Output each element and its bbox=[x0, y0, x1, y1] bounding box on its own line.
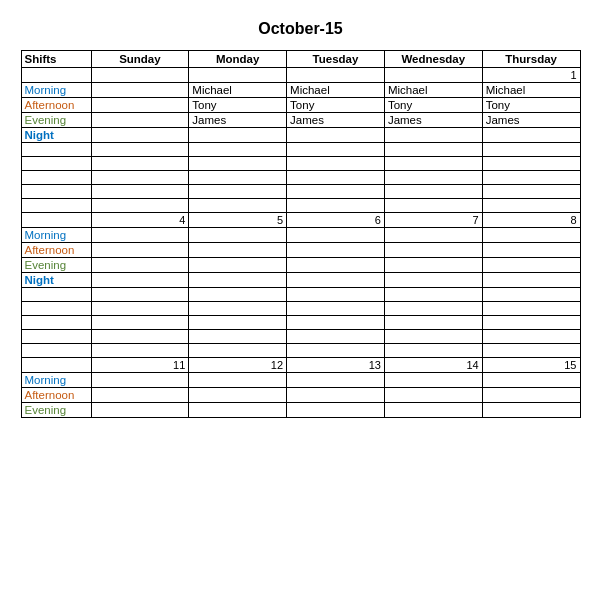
empty-row bbox=[21, 330, 580, 344]
week-number-row: 45678 bbox=[21, 213, 580, 228]
empty-row bbox=[21, 171, 580, 185]
shift-row-night: Night bbox=[21, 128, 580, 143]
col-thursday: Thursday bbox=[482, 51, 580, 68]
empty-row bbox=[21, 302, 580, 316]
shift-row-evening: Evening bbox=[21, 403, 580, 418]
shift-row-afternoon: AfternoonTonyTonyTonyTony bbox=[21, 98, 580, 113]
week-number-row: 1112131415 bbox=[21, 358, 580, 373]
col-tuesday: Tuesday bbox=[287, 51, 385, 68]
shift-row-afternoon: Afternoon bbox=[21, 243, 580, 258]
empty-row bbox=[21, 157, 580, 171]
page-title: October-15 bbox=[21, 20, 581, 38]
col-shifts: Shifts bbox=[21, 51, 91, 68]
col-sunday: Sunday bbox=[91, 51, 189, 68]
empty-row bbox=[21, 199, 580, 213]
col-wednesday: Wednesday bbox=[384, 51, 482, 68]
col-monday: Monday bbox=[189, 51, 287, 68]
empty-row bbox=[21, 143, 580, 157]
empty-row bbox=[21, 344, 580, 358]
empty-row bbox=[21, 316, 580, 330]
empty-row bbox=[21, 288, 580, 302]
table-header: Shifts Sunday Monday Tuesday Wednesday T… bbox=[21, 51, 580, 68]
week-number-row: 1 bbox=[21, 68, 580, 83]
shift-row-evening: EveningJamesJamesJamesJames bbox=[21, 113, 580, 128]
shift-row-morning: Morning bbox=[21, 228, 580, 243]
shift-row-afternoon: Afternoon bbox=[21, 388, 580, 403]
shift-row-morning: Morning bbox=[21, 373, 580, 388]
schedule-table: Shifts Sunday Monday Tuesday Wednesday T… bbox=[21, 50, 581, 418]
shift-row-evening: Evening bbox=[21, 258, 580, 273]
shift-row-night: Night bbox=[21, 273, 580, 288]
empty-row bbox=[21, 185, 580, 199]
shift-row-morning: MorningMichaelMichaelMichaelMichael bbox=[21, 83, 580, 98]
